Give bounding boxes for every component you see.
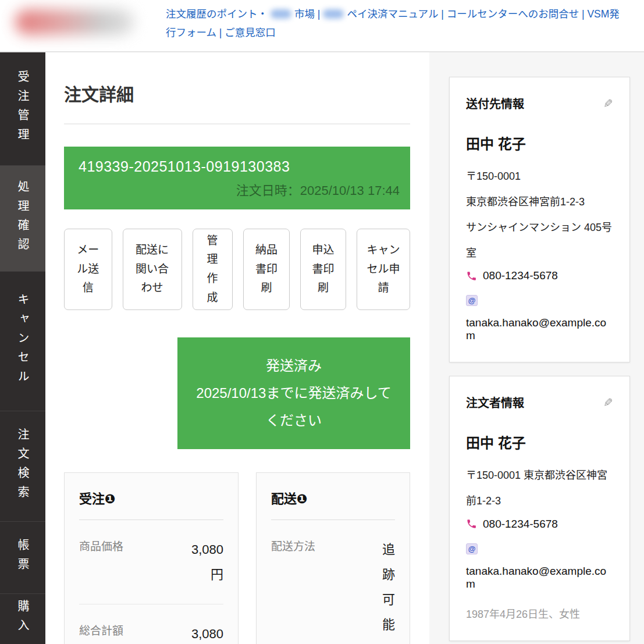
edit-pencil-icon[interactable]: ✎ bbox=[603, 396, 613, 410]
row-value: 追跡可能メ bbox=[379, 538, 395, 644]
summary-cards-row: 受注❶ 商品価格 3,080円 総合計額 3,080円 配送❶ 配送方法 追跡可… bbox=[64, 472, 410, 644]
address-line-2: サンシャインマンション 405号室 bbox=[466, 215, 613, 266]
postal-code: 〒150-0001 bbox=[466, 163, 613, 189]
sidebar-item-label: 処理確認 bbox=[17, 180, 29, 257]
recipient-name: 田中 花子 bbox=[466, 133, 613, 153]
send-mail-button[interactable]: メール送信 bbox=[64, 229, 112, 310]
top-header: 注文履歴のポイント・市場 |ペイ決済マニュアル | コールセンターへのお問合せ … bbox=[0, 0, 644, 52]
store-logo bbox=[15, 9, 134, 35]
phone-icon bbox=[466, 518, 477, 529]
orderer-address: 〒150-0001 東京都渋谷区神宮前1-2-3 bbox=[466, 462, 613, 514]
orderer-name: 田中 花子 bbox=[466, 432, 613, 452]
application-print-button[interactable]: 申込書印刷 bbox=[300, 229, 346, 310]
shipping-info-title: 送付先情報 bbox=[466, 95, 524, 112]
sidebar-item-purchase[interactable]: 購入 bbox=[0, 594, 45, 644]
right-rail: 送付先情報 ✎ 田中 花子 〒150-0001 東京都渋谷区神宮前1-2-3 サ… bbox=[429, 52, 644, 644]
phone-icon bbox=[466, 271, 477, 282]
sidebar-item-label: 受注管理 bbox=[17, 70, 29, 147]
sidebar-nav: 受注管理 処理確認 キャンセル 注文検索 帳票 購入 bbox=[0, 52, 45, 644]
row-value: 3,080円 bbox=[184, 538, 223, 588]
order-number: 419339-20251013-0919130383 bbox=[79, 158, 400, 175]
brand-blur-icon bbox=[323, 9, 344, 19]
table-row: 配送方法 追跡可能メ bbox=[271, 520, 395, 644]
sidebar-item-cancel[interactable]: キャンセル bbox=[0, 272, 45, 411]
email-icon: @ bbox=[466, 295, 478, 306]
delivery-card-title: 配送❶ bbox=[271, 488, 395, 507]
address-line-1: 東京都渋谷区神宮前1-2-3 bbox=[466, 189, 613, 215]
order-number-banner: 419339-20251013-0919130383 注文日時：2025/10/… bbox=[64, 147, 410, 209]
sidebar-item-forms[interactable]: 帳票 bbox=[0, 522, 45, 594]
shipping-info-card: 送付先情報 ✎ 田中 花子 〒150-0001 東京都渋谷区神宮前1-2-3 サ… bbox=[449, 77, 630, 362]
status-line-2: 2025/10/13までに発送済みしてください bbox=[190, 380, 397, 435]
sidebar-item-order-management[interactable]: 受注管理 bbox=[0, 52, 45, 166]
header-link-market[interactable]: 市場 | bbox=[294, 8, 320, 20]
title-divider bbox=[64, 123, 410, 124]
order-summary-card: 受注❶ 商品価格 3,080円 総合計額 3,080円 bbox=[64, 472, 239, 644]
recipient-phone: 080-1234-5678 bbox=[483, 269, 558, 282]
sidebar-item-label: 注文検索 bbox=[17, 428, 29, 505]
sidebar-item-label: キャンセル bbox=[17, 293, 29, 389]
recipient-email: tanaka.hanako@example.com bbox=[466, 316, 613, 342]
row-label: 商品価格 bbox=[79, 538, 123, 588]
email-icon: @ bbox=[466, 543, 478, 554]
brand-blur-icon bbox=[271, 9, 291, 19]
delivery-slip-print-button[interactable]: 納品書印刷 bbox=[243, 229, 290, 310]
row-label: 配送方法 bbox=[271, 538, 315, 644]
row-value: 3,080円 bbox=[184, 622, 223, 644]
edit-pencil-icon[interactable]: ✎ bbox=[603, 97, 613, 111]
row-label: 総合計額 bbox=[79, 622, 123, 644]
orderer-birth-gender: 1987年4月26日生、女性 bbox=[466, 606, 613, 621]
sidebar-item-order-search[interactable]: 注文検索 bbox=[0, 411, 45, 522]
order-datetime: 注文日時：2025/10/13 17:44 bbox=[79, 180, 400, 198]
sidebar-item-process-confirm[interactable]: 処理確認 bbox=[0, 166, 45, 272]
orderer-phone: 080-1234-5678 bbox=[483, 518, 558, 531]
delivery-summary-card: 配送❶ 配送方法 追跡可能メ bbox=[256, 472, 410, 644]
sidebar-item-label: 購入 bbox=[17, 600, 29, 638]
page-title: 注文詳細 bbox=[64, 80, 410, 106]
status-line-1: 発送済み bbox=[190, 353, 397, 380]
table-row: 商品価格 3,080円 bbox=[79, 520, 223, 604]
manage-create-button[interactable]: 管理作成 bbox=[193, 229, 233, 310]
orderer-info-card: 注文者情報 ✎ 田中 花子 〒150-0001 東京都渋谷区神宮前1-2-3 0… bbox=[449, 376, 630, 641]
action-button-row: メール送信 配送に関い合わせ 管理作成 納品書印刷 申込書印刷 キャンセル申請 bbox=[64, 229, 410, 310]
orderer-info-title: 注文者情報 bbox=[466, 394, 524, 411]
header-link-order-history[interactable]: 注文履歴のポイント・ bbox=[166, 8, 268, 20]
orderer-email: tanaka.hanako@example.com bbox=[466, 565, 613, 590]
cancel-request-button[interactable]: キャンセル申請 bbox=[357, 229, 410, 310]
header-links: 注文履歴のポイント・市場 |ペイ決済マニュアル | コールセンターへのお問合せ … bbox=[166, 5, 627, 42]
order-card-title: 受注❶ bbox=[79, 488, 223, 507]
main-content: 注文詳細 419339-20251013-0919130383 注文日時：202… bbox=[45, 52, 429, 644]
table-row: 総合計額 3,080円 bbox=[79, 604, 223, 644]
delivery-inquiry-button[interactable]: 配送に関い合わせ bbox=[123, 229, 182, 310]
sidebar-item-label: 帳票 bbox=[17, 539, 29, 577]
shipping-status-box: 発送済み 2025/10/13までに発送済みしてください bbox=[177, 337, 410, 449]
